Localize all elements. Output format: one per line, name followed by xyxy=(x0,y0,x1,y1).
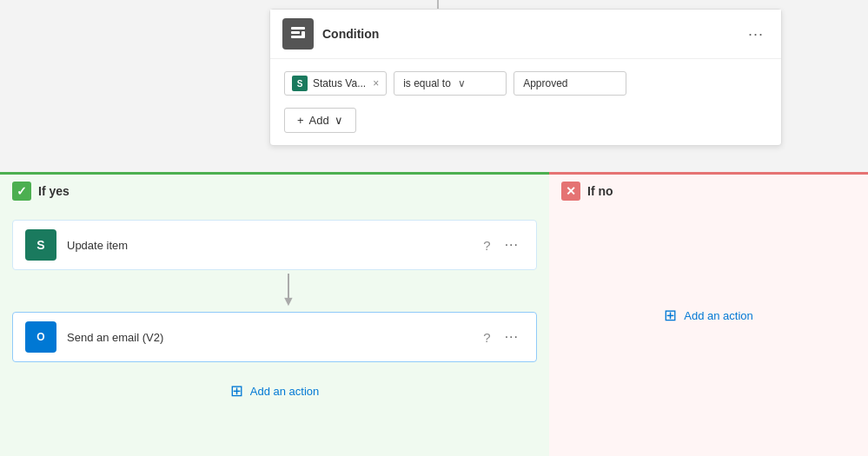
branch-yes: ✓ If yes S Update item ? ··· xyxy=(0,172,549,456)
workflow-canvas: ▼ Condition ··· S Status Va xyxy=(0,0,868,456)
svg-rect-0 xyxy=(291,27,305,30)
yes-icon: ✓ xyxy=(12,182,31,201)
update-item-label: Update item xyxy=(67,239,483,252)
update-item-card: S Update item ? ··· xyxy=(12,220,537,270)
condition-icon xyxy=(282,18,314,50)
condition-header: Condition ··· xyxy=(270,10,781,59)
send-email-label: Send an email (V2) xyxy=(67,331,483,344)
status-chip-avatar: S xyxy=(292,76,308,91)
value-input[interactable]: Approved xyxy=(514,71,626,96)
send-email-controls: ? ··· xyxy=(483,327,524,347)
arrow-down-icon: ▼ xyxy=(282,294,295,308)
add-action-no-icon: ⊞ xyxy=(664,306,677,325)
branches-container: ✓ If yes S Update item ? ··· xyxy=(0,172,868,456)
no-icon: ✕ xyxy=(561,182,580,201)
branch-yes-header: ✓ If yes xyxy=(0,175,549,208)
add-action-yes-label: Add an action xyxy=(250,385,320,398)
help-icon[interactable]: ? xyxy=(483,330,490,345)
branch-no-header: ✕ If no xyxy=(549,175,868,208)
condition-body: S Status Va... × is equal to ∨ Approved … xyxy=(270,59,781,145)
add-action-yes-button[interactable]: ⊞ Add an action xyxy=(0,376,549,406)
operator-select[interactable]: is equal to ∨ xyxy=(394,71,507,96)
outlook-icon: O xyxy=(25,321,56,353)
status-chip-label: Status Va... xyxy=(313,77,366,89)
chip-close-icon[interactable]: × xyxy=(373,77,379,89)
branch-no: ✕ If no ⊞ Add an action xyxy=(549,172,868,456)
add-action-no-label: Add an action xyxy=(684,309,753,322)
branch-yes-label: If yes xyxy=(38,184,70,198)
update-item-more-button[interactable]: ··· xyxy=(500,235,524,254)
svg-rect-3 xyxy=(301,31,305,38)
add-action-no-button[interactable]: ⊞ Add an action xyxy=(664,306,753,325)
operator-label: is equal to xyxy=(403,77,451,89)
svg-rect-1 xyxy=(291,31,300,34)
chevron-down-icon: ∨ xyxy=(458,77,466,89)
update-item-controls: ? ··· xyxy=(483,235,524,254)
condition-svg-icon xyxy=(289,25,307,43)
add-action-icon: ⊞ xyxy=(230,381,243,400)
condition-more-button[interactable]: ··· xyxy=(743,23,769,45)
add-label: Add xyxy=(309,114,329,127)
condition-title: Condition xyxy=(322,27,743,41)
chevron-down-icon: ∨ xyxy=(335,114,343,127)
condition-card: Condition ··· S Status Va... × is equal … xyxy=(269,9,782,146)
card-connector: ▼ xyxy=(40,270,537,312)
action-cards: S Update item ? ··· ▼ O xyxy=(0,208,549,362)
help-icon[interactable]: ? xyxy=(483,238,490,253)
plus-icon: + xyxy=(297,114,304,127)
send-email-more-button[interactable]: ··· xyxy=(500,327,524,347)
add-condition-button[interactable]: + Add ∨ xyxy=(284,108,356,133)
branch-no-label: If no xyxy=(587,184,613,198)
status-chip[interactable]: S Status Va... × xyxy=(284,71,387,96)
sharepoint-icon: S xyxy=(25,229,56,261)
svg-rect-2 xyxy=(291,36,302,38)
send-email-card: O Send an email (V2) ? ··· xyxy=(12,312,537,362)
condition-row: S Status Va... × is equal to ∨ Approved xyxy=(284,71,767,96)
